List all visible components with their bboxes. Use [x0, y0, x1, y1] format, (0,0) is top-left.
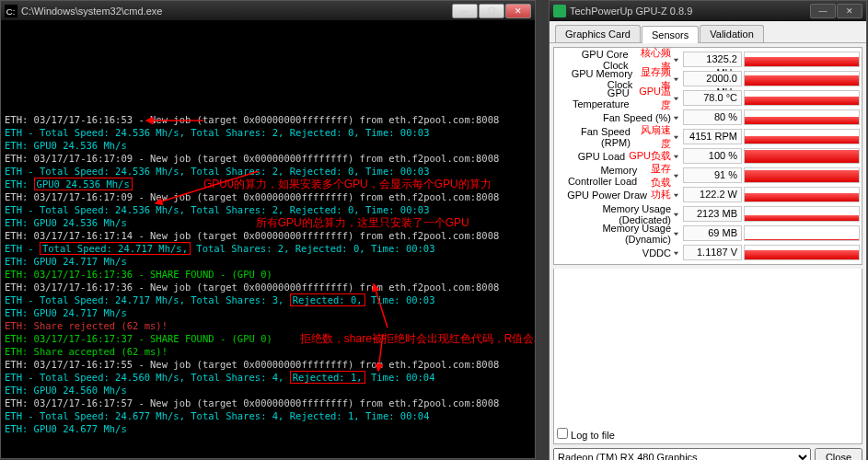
- cmd-window: C: C:\Windows\system32\cmd.exe — ☐ ✕ ETH…: [0, 0, 536, 459]
- tab-sensors[interactable]: Sensors: [642, 26, 699, 43]
- terminal-line: ETH - Total Speed: 24.536 Mh/s, Total Sh…: [5, 203, 531, 216]
- gpuz-titlebar[interactable]: TechPowerUp GPU-Z 0.8.9 — ✕: [550, 1, 866, 21]
- svg-text:C:: C:: [6, 6, 16, 16]
- cmd-body[interactable]: ETH: 03/17/17-16:16:53 - New job (target…: [1, 21, 535, 458]
- sensor-value: 4151 RPM: [683, 129, 742, 144]
- sensor-graph: [744, 109, 860, 125]
- terminal-line: ETH: GPU0 24.560 Mh/s: [5, 384, 531, 397]
- sensor-annotation: GPU温度: [633, 85, 671, 112]
- log-label: Log to file: [571, 430, 615, 441]
- sensor-label[interactable]: GPU Power Draw功耗: [556, 188, 683, 201]
- gpu-select[interactable]: Radeon (TM) RX 480 Graphics: [553, 448, 811, 460]
- sensor-value: 69 MB: [683, 225, 742, 241]
- gpuz-tabs: Graphics CardSensorsValidation: [550, 21, 866, 43]
- gpuz-title: TechPowerUp GPU-Z 0.8.9: [570, 6, 810, 17]
- sensor-label[interactable]: GPU TemperatureGPU温度: [556, 85, 683, 112]
- cmd-icon: C:: [5, 5, 17, 17]
- terminal-line: ETH: 03/17/17-16:17:57 - New job (target…: [5, 397, 531, 409]
- sensor-row: Memory Usage (Dedicated)2123 MB: [556, 204, 860, 224]
- sensor-graph: [744, 71, 860, 86]
- sensor-row: Fan Speed (RPM)风扇速度4151 RPM: [556, 127, 860, 146]
- close-button[interactable]: ✕: [505, 4, 531, 18]
- terminal-line: ETH: 03/17/17-16:16:53 - New job (target…: [5, 113, 531, 126]
- cmd-title: C:\Windows\system32\cmd.exe: [21, 6, 452, 17]
- sensor-label[interactable]: VDDC: [556, 247, 683, 259]
- tab-graphics-card[interactable]: Graphics Card: [555, 25, 641, 42]
- terminal-line: ETH - Total Speed: 24.677 Mh/s, Total Sh…: [5, 409, 531, 422]
- terminal-line: ETH - Total Speed: 24.560 Mh/s, Total Sh…: [5, 371, 531, 384]
- sensor-annotation: 风扇速度: [634, 123, 671, 151]
- sensor-value: 78.0 °C: [683, 90, 742, 106]
- terminal-line: ETH: 03/17/17-16:17:09 - New job (target…: [5, 190, 531, 203]
- annotation: 拒绝数，share被拒绝时会出现红色代码，R值会增加: [300, 332, 535, 345]
- sensor-value: 1.1187 V: [683, 245, 742, 260]
- gpuz-minimize-button[interactable]: —: [810, 4, 836, 18]
- dropdown-icon[interactable]: [671, 93, 679, 104]
- terminal-line: ETH: 03/17/17-16:17:37 - SHARE FOUND - (…: [5, 332, 531, 345]
- sensor-value: 122.2 W: [683, 187, 742, 202]
- minimize-button[interactable]: —: [452, 4, 478, 18]
- sensor-value: 100 %: [683, 148, 742, 164]
- sensor-graph: [744, 90, 860, 106]
- sensor-value: 80 %: [683, 109, 742, 125]
- gpuz-close-btn[interactable]: Close: [815, 448, 862, 460]
- terminal-line: ETH: 03/17/17-16:17:09 - New job (target…: [5, 152, 531, 165]
- sensor-graph: [744, 148, 860, 164]
- terminal-line: ETH: 03/17/17-16:17:36 - SHARE FOUND - (…: [5, 268, 531, 281]
- dropdown-icon[interactable]: [671, 74, 679, 85]
- tab-validation[interactable]: Validation: [700, 25, 764, 42]
- dropdown-icon[interactable]: [671, 151, 679, 162]
- dropdown-icon[interactable]: [671, 209, 679, 220]
- terminal-line: ETH: 03/17/17-16:17:14 - New job (target…: [5, 229, 531, 242]
- gpuz-bottom-bar: Radeon (TM) RX 480 Graphics Close: [550, 444, 866, 460]
- terminal-line: ETH: 03/17/17-16:17:36 - New job (target…: [5, 281, 531, 293]
- dropdown-icon[interactable]: [671, 170, 679, 181]
- dropdown-icon[interactable]: [671, 54, 679, 65]
- sensor-graph: [744, 129, 860, 144]
- terminal-line: ETH: GPU0 24.717 Mh/s: [5, 255, 531, 268]
- sensor-label[interactable]: Memory Usage (Dynamic): [556, 223, 683, 245]
- dropdown-icon[interactable]: [671, 190, 679, 201]
- sensor-row: Memory Usage (Dynamic)69 MB: [556, 224, 860, 243]
- sensor-value: 1325.2 MHz: [683, 52, 742, 67]
- terminal-line: ETH - Total Speed: 24.717 Mh/s, Total Sh…: [5, 293, 531, 306]
- cmd-titlebar[interactable]: C: C:\Windows\system32\cmd.exe — ☐ ✕: [1, 1, 535, 21]
- log-to-file-option[interactable]: Log to file: [557, 430, 615, 441]
- maximize-button[interactable]: ☐: [479, 4, 504, 18]
- sensor-graph: [744, 167, 860, 183]
- sensor-annotation: 显存负载: [641, 162, 671, 190]
- gpuz-close-button[interactable]: ✕: [837, 4, 862, 18]
- sensor-value: 91 %: [683, 167, 742, 183]
- terminal-line: ETH - Total Speed: 24.536 Mh/s, Total Sh…: [5, 165, 531, 178]
- sensors-panel: GPU Core Clock核心频率1325.2 MHzGPU Memory C…: [553, 47, 862, 265]
- terminal-line: ETH: GPU0 24.717 Mh/s: [5, 306, 531, 319]
- terminal-line: ETH: GPU0 24.677 Mh/s: [5, 422, 531, 435]
- sensor-value: 2000.0 MHz: [683, 71, 742, 86]
- terminal-line: ETH: GPU0 24.536 Mh/s所有GPU的总算力，这里只安装了一个G…: [5, 216, 531, 229]
- sensor-label[interactable]: Memory Controller Load显存负载: [556, 162, 683, 190]
- sensor-graph: [744, 52, 860, 67]
- gpuz-window: TechPowerUp GPU-Z 0.8.9 — ✕ Graphics Car…: [549, 0, 867, 459]
- log-checkbox[interactable]: [557, 428, 568, 439]
- dropdown-icon[interactable]: [671, 247, 679, 259]
- dropdown-icon[interactable]: [671, 112, 679, 123]
- highlighted-value: Rejected: 1,: [290, 371, 365, 384]
- sensor-graph: [744, 245, 860, 260]
- sensor-row: GPU TemperatureGPU温度78.0 °C: [556, 88, 860, 108]
- annotation: 所有GPU的总算力，这里只安装了一个GPU: [256, 216, 469, 229]
- sensor-graph: [744, 187, 860, 202]
- highlighted-value: Rejected: 0,: [290, 293, 365, 306]
- terminal-line: ETH - Total Speed: 24.536 Mh/s, Total Sh…: [5, 126, 531, 139]
- sensor-graph: [744, 206, 860, 222]
- terminal-line: ETH: Share accepted (62 ms)!: [5, 345, 531, 358]
- dropdown-icon[interactable]: [671, 228, 679, 239]
- sensor-row: VDDC1.1187 V: [556, 243, 860, 262]
- sensor-row: Memory Controller Load显存负载91 %: [556, 166, 860, 185]
- sensor-label[interactable]: Fan Speed (%): [556, 112, 683, 123]
- terminal-line: ETH: GPU0 24.536 Mh/s: [5, 139, 531, 152]
- sensor-label[interactable]: Fan Speed (RPM)风扇速度: [556, 123, 683, 151]
- dropdown-icon[interactable]: [671, 132, 679, 143]
- terminal-line: ETH - Total Speed: 24.717 Mh/s, Total Sh…: [5, 242, 531, 255]
- svg-rect-6: [553, 5, 566, 17]
- highlighted-value: GPU0 24.536 Mh/s: [34, 178, 133, 190]
